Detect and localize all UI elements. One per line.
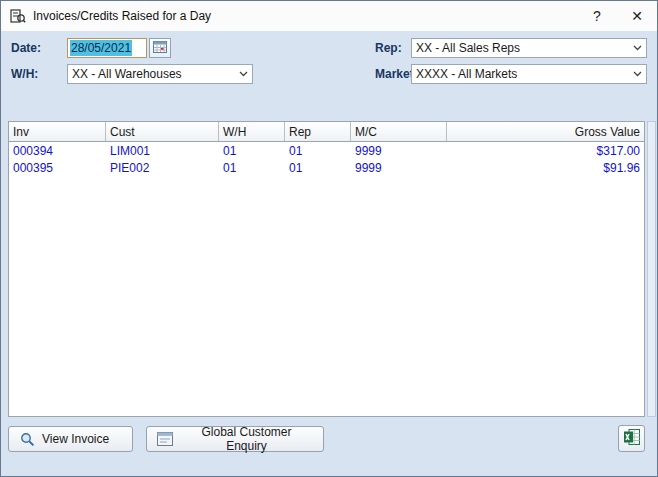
market-select[interactable]: XXXX - All Markets	[411, 64, 647, 84]
market-selected-value: XXXX - All Markets	[416, 67, 517, 81]
table-body: 000394 LIM001 01 01 9999 $317.00 000395 …	[9, 142, 644, 176]
column-header-rep[interactable]: Rep	[285, 122, 351, 141]
magnifier-icon	[19, 431, 35, 447]
column-header-gross-value[interactable]: Gross Value	[447, 122, 644, 141]
titlebar: Invoices/Credits Raised for a Day ? ✕	[1, 1, 657, 31]
global-customer-enquiry-button[interactable]: Global Customer Enquiry	[146, 426, 324, 452]
rep-selected-value: XX - All Sales Reps	[416, 41, 520, 55]
window-title: Invoices/Credits Raised for a Day	[33, 9, 211, 23]
rep-label: Rep:	[375, 41, 402, 55]
date-value: 28/05/2021	[70, 40, 132, 56]
export-excel-button[interactable]	[618, 425, 645, 452]
cell-wh: 01	[219, 142, 285, 159]
table-header-row: Inv Cust W/H Rep M/C Gross Value	[9, 122, 644, 142]
calendar-icon	[153, 40, 167, 56]
date-label: Date:	[11, 41, 41, 55]
table-row[interactable]: 000395 PIE002 01 01 9999 $91.96	[9, 159, 644, 176]
rep-select[interactable]: XX - All Sales Reps	[411, 38, 647, 58]
cell-gross-value: $317.00	[447, 142, 644, 159]
cell-mc: 9999	[351, 159, 447, 176]
wh-label: W/H:	[11, 67, 38, 81]
close-button[interactable]: ✕	[617, 1, 657, 31]
cell-wh: 01	[219, 159, 285, 176]
warehouse-selected-value: XX - All Warehouses	[72, 67, 182, 81]
column-header-cust[interactable]: Cust	[106, 122, 219, 141]
excel-export-icon	[623, 428, 641, 449]
cell-cust: PIE002	[106, 159, 219, 176]
date-input[interactable]: 28/05/2021	[67, 38, 147, 58]
cell-inv: 000395	[9, 159, 106, 176]
column-header-inv[interactable]: Inv	[9, 122, 106, 141]
chevron-down-icon	[234, 65, 252, 83]
cell-gross-value: $91.96	[447, 159, 644, 176]
dialog-window: Invoices/Credits Raised for a Day ? ✕ Da…	[0, 0, 658, 477]
cell-inv: 000394	[9, 142, 106, 159]
titlebar-buttons: ? ✕	[577, 1, 657, 31]
cell-rep: 01	[285, 142, 351, 159]
view-invoice-button[interactable]: View Invoice	[8, 426, 133, 452]
invoice-table: Inv Cust W/H Rep M/C Gross Value 000394 …	[8, 121, 645, 417]
warehouse-select[interactable]: XX - All Warehouses	[67, 64, 253, 84]
table-scrollbar[interactable]	[647, 121, 656, 417]
help-button[interactable]: ?	[577, 1, 617, 31]
column-header-mc[interactable]: M/C	[351, 122, 447, 141]
enquiry-window-icon	[157, 431, 173, 447]
cell-mc: 9999	[351, 142, 447, 159]
view-invoice-label: View Invoice	[42, 432, 109, 446]
chevron-down-icon	[628, 65, 646, 83]
column-header-wh[interactable]: W/H	[219, 122, 285, 141]
cell-rep: 01	[285, 159, 351, 176]
chevron-down-icon	[628, 39, 646, 57]
global-customer-enquiry-label: Global Customer Enquiry	[180, 425, 313, 453]
table-row[interactable]: 000394 LIM001 01 01 9999 $317.00	[9, 142, 644, 159]
calendar-picker-button[interactable]	[149, 38, 171, 58]
app-icon	[9, 7, 27, 25]
cell-cust: LIM001	[106, 142, 219, 159]
